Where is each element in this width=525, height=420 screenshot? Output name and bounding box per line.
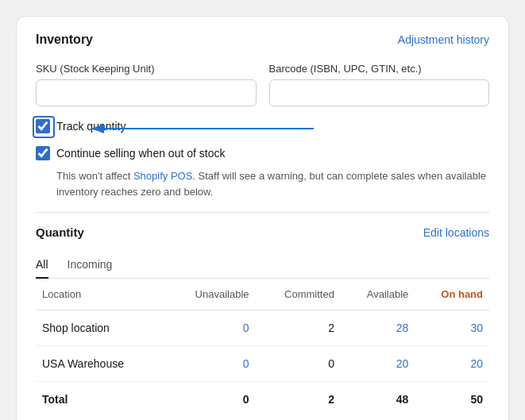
unavailable-val: 0 — [164, 310, 255, 346]
on-hand-val: 30 — [415, 310, 489, 346]
col-available: Available — [341, 279, 415, 310]
total-available: 48 — [341, 382, 415, 418]
table-row: Shop location 0 2 28 30 — [36, 310, 489, 346]
barcode-input[interactable] — [269, 79, 490, 106]
edit-locations-link[interactable]: Edit locations — [423, 226, 489, 239]
continue-selling-info: This won't affect Shopify POS. Staff wil… — [56, 168, 489, 199]
fields-row: SKU (Stock Keeping Unit) Barcode (ISBN, … — [36, 63, 489, 106]
track-quantity-row: Track quantity — [36, 119, 489, 133]
tabs: All Incoming — [36, 252, 489, 279]
table-header: Location Unavailable Committed Available… — [36, 279, 489, 310]
sku-input[interactable] — [36, 79, 257, 106]
on-hand-val: 20 — [415, 346, 489, 382]
adjustment-history-link[interactable]: Adjustment history — [398, 33, 489, 46]
available-val: 28 — [341, 310, 415, 346]
available-val: 20 — [341, 346, 415, 382]
table-body: Shop location 0 2 28 30 USA Warehouse 0 … — [36, 310, 489, 418]
location-name: USA Warehouse — [36, 346, 164, 382]
continue-selling-row: Continue selling when out of stock — [36, 146, 489, 160]
inventory-table: Location Unavailable Committed Available… — [36, 279, 489, 417]
total-committed: 2 — [256, 382, 341, 418]
col-location: Location — [36, 279, 164, 310]
continue-selling-label[interactable]: Continue selling when out of stock — [56, 147, 225, 160]
committed-val: 0 — [256, 346, 341, 382]
col-on-hand: On hand — [415, 279, 489, 310]
sku-field-group: SKU (Stock Keeping Unit) — [36, 63, 257, 106]
card-title: Inventory — [36, 33, 93, 47]
tab-incoming[interactable]: Incoming — [68, 252, 113, 279]
inventory-card: Inventory Adjustment history SKU (Stock … — [16, 16, 509, 420]
table-header-row: Location Unavailable Committed Available… — [36, 279, 489, 310]
track-quantity-checkbox[interactable] — [36, 119, 50, 133]
committed-val: 2 — [256, 310, 341, 346]
divider — [36, 212, 489, 213]
sku-label: SKU (Stock Keeping Unit) — [36, 63, 257, 75]
barcode-label: Barcode (ISBN, UPC, GTIN, etc.) — [269, 63, 490, 75]
card-header: Inventory Adjustment history — [36, 33, 489, 47]
total-label: Total — [36, 382, 164, 418]
shopify-pos-link[interactable]: Shopify POS — [133, 170, 192, 182]
table-row: USA Warehouse 0 0 20 20 — [36, 346, 489, 382]
total-unavailable: 0 — [164, 382, 255, 418]
continue-selling-checkbox[interactable] — [36, 146, 50, 160]
quantity-title: Quantity — [36, 225, 84, 239]
barcode-field-group: Barcode (ISBN, UPC, GTIN, etc.) — [269, 63, 490, 106]
table-total-row: Total 0 2 48 50 — [36, 382, 489, 418]
total-on-hand: 50 — [415, 382, 489, 418]
track-quantity-label[interactable]: Track quantity — [56, 120, 125, 133]
quantity-header: Quantity Edit locations — [36, 225, 489, 239]
location-name: Shop location — [36, 310, 164, 346]
col-committed: Committed — [256, 279, 341, 310]
tab-all[interactable]: All — [36, 252, 48, 279]
col-unavailable: Unavailable — [164, 279, 255, 310]
unavailable-val: 0 — [164, 346, 255, 382]
